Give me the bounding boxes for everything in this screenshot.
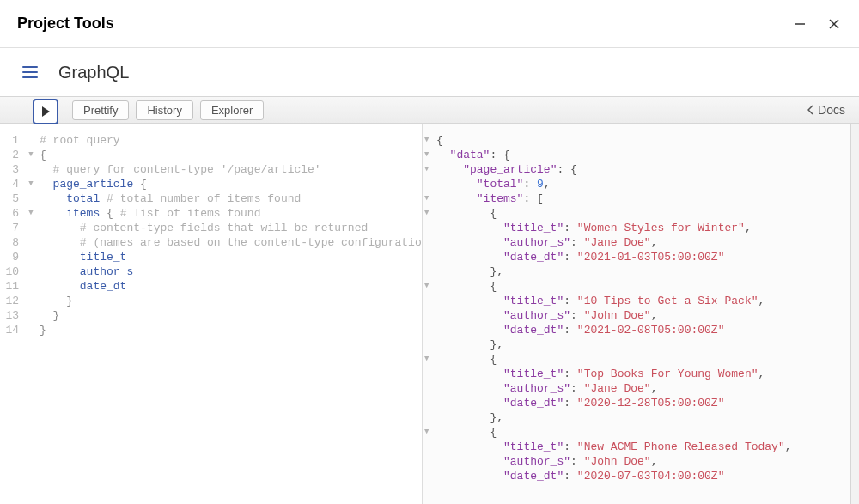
result-line: "title_t": "10 Tips to Get a Six Pack",	[436, 294, 847, 308]
result-line: {	[436, 279, 847, 294]
fold-toggle-icon	[424, 337, 433, 352]
fold-toggle-icon[interactable]: ▼	[26, 148, 36, 162]
fold-toggle-icon[interactable]: ▼	[424, 191, 433, 206]
fold-toggle-icon	[26, 264, 36, 279]
result-line: "title_t": "Women Styles for Winter",	[436, 221, 847, 235]
line-number: 3	[0, 162, 19, 177]
fold-toggle-icon[interactable]: ▼	[424, 206, 433, 221]
result-line: {	[436, 133, 847, 148]
docs-label: Docs	[818, 103, 845, 117]
fold-toggle-icon[interactable]: ▼	[424, 162, 433, 177]
code-line[interactable]: items { # list of items found	[40, 206, 418, 221]
window-title: Project Tools	[17, 15, 114, 33]
fold-toggle-icon	[424, 264, 433, 279]
chevron-left-icon	[807, 105, 814, 115]
hamburger-menu-button[interactable]	[22, 66, 38, 78]
result-line: "date_dt": "2021-01-03T05:00:00Z"	[436, 250, 847, 264]
code-line[interactable]: }	[40, 323, 418, 337]
line-number: 6	[0, 206, 19, 221]
vertical-scrollbar[interactable]	[851, 124, 859, 504]
line-number: 1	[0, 133, 19, 148]
fold-toggle-icon	[26, 323, 36, 337]
result-code: { "data": { "page_article": { "total": 9…	[433, 124, 850, 504]
fold-gutter[interactable]: ▼▼▼	[26, 124, 36, 504]
result-viewer[interactable]: ▼▼▼▼▼▼▼▼ { "data": { "page_article": { "…	[423, 124, 851, 504]
result-line: "items": [	[436, 191, 847, 206]
fold-toggle-icon[interactable]: ▼	[424, 148, 433, 162]
result-line: "total": 9,	[436, 177, 847, 191]
fold-toggle-icon	[424, 221, 433, 235]
code-line[interactable]: }	[40, 294, 418, 308]
result-line: "page_article": {	[436, 162, 847, 177]
explorer-button[interactable]: Explorer	[200, 100, 264, 120]
code-line[interactable]: {	[40, 148, 418, 162]
fold-toggle-icon	[424, 308, 433, 323]
code-line[interactable]: # query for content-type '/page/article'	[40, 162, 418, 177]
fold-toggle-icon	[424, 294, 433, 308]
close-button[interactable]	[826, 16, 842, 32]
result-line: },	[436, 410, 847, 425]
line-number: 7	[0, 221, 19, 235]
fold-toggle-icon	[424, 367, 433, 381]
fold-toggle-icon	[424, 323, 433, 337]
line-number: 8	[0, 235, 19, 250]
result-line: "title_t": "New ACME Phone Released Toda…	[436, 440, 847, 454]
app-header: GraphQL	[0, 48, 859, 96]
fold-toggle-icon[interactable]: ▼	[424, 425, 433, 440]
code-line[interactable]: # (names are based on the content-type c…	[40, 235, 418, 250]
fold-toggle-icon	[26, 235, 36, 250]
history-button[interactable]: History	[136, 100, 192, 120]
graphiql-toolbar: Prettify History Explorer Docs	[0, 96, 859, 124]
fold-toggle-icon	[424, 235, 433, 250]
code-line[interactable]: page_article {	[40, 177, 418, 191]
code-line[interactable]: total # total number of items found	[40, 191, 418, 206]
prettify-button[interactable]: Prettify	[72, 100, 129, 120]
fold-toggle-icon	[424, 177, 433, 191]
code-line[interactable]: title_t	[40, 250, 418, 264]
code-line[interactable]: author_s	[40, 264, 418, 279]
fold-toggle-icon	[26, 279, 36, 294]
minimize-button[interactable]	[792, 16, 807, 32]
fold-toggle-icon	[26, 162, 36, 177]
query-code[interactable]: # root query{ # query for content-type '…	[36, 124, 422, 504]
line-number: 12	[0, 294, 19, 308]
result-line: {	[436, 206, 847, 221]
window-controls	[792, 16, 842, 32]
result-line: {	[436, 352, 847, 367]
code-line[interactable]: date_dt	[40, 279, 418, 294]
svg-marker-3	[42, 106, 50, 117]
result-line: "date_dt": "2020-07-03T04:00:00Z"	[436, 469, 847, 483]
editor-panes: 1234567891011121314 ▼▼▼ # root query{ # …	[0, 124, 859, 504]
line-number: 4	[0, 177, 19, 191]
line-number: 10	[0, 264, 19, 279]
line-number: 11	[0, 279, 19, 294]
result-line: "author_s": "Jane Doe",	[436, 381, 847, 396]
result-line: {	[436, 425, 847, 440]
fold-toggle-icon	[26, 294, 36, 308]
fold-toggle-icon[interactable]: ▼	[424, 352, 433, 367]
line-number: 13	[0, 308, 19, 323]
code-line[interactable]: }	[40, 308, 418, 323]
execute-query-button[interactable]	[33, 99, 58, 124]
page-title: GraphQL	[58, 63, 129, 82]
fold-toggle-icon	[424, 440, 433, 454]
result-fold-gutter[interactable]: ▼▼▼▼▼▼▼▼	[423, 124, 433, 504]
result-line: "date_dt": "2020-12-28T05:00:00Z"	[436, 396, 847, 410]
titlebar: Project Tools	[0, 0, 859, 48]
fold-toggle-icon[interactable]: ▼	[26, 177, 36, 191]
result-line: },	[436, 264, 847, 279]
code-line[interactable]: # content-type fields that will be retur…	[40, 221, 418, 235]
result-line: "author_s": "Jane Doe",	[436, 235, 847, 250]
code-line[interactable]: # root query	[40, 133, 418, 148]
line-number: 5	[0, 191, 19, 206]
fold-toggle-icon	[424, 381, 433, 396]
line-number: 14	[0, 323, 19, 337]
fold-toggle-icon[interactable]: ▼	[424, 279, 433, 294]
query-editor[interactable]: 1234567891011121314 ▼▼▼ # root query{ # …	[0, 124, 423, 504]
fold-toggle-icon[interactable]: ▼	[26, 206, 36, 221]
line-number-gutter: 1234567891011121314	[0, 124, 26, 504]
result-line: "title_t": "Top Books For Young Women",	[436, 367, 847, 381]
docs-button[interactable]: Docs	[801, 100, 852, 120]
result-line: "author_s": "John Doe",	[436, 308, 847, 323]
fold-toggle-icon[interactable]: ▼	[424, 133, 433, 148]
